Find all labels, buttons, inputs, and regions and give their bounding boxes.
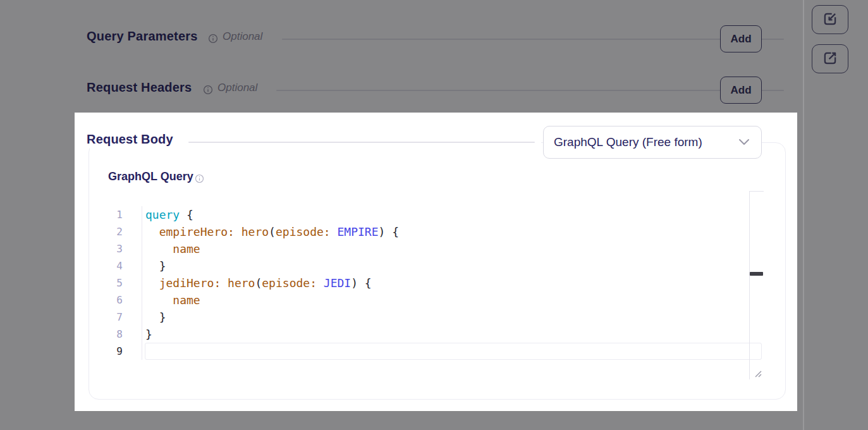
editor-scrollbar-track [749, 191, 764, 379]
panel-seam [803, 0, 804, 430]
body-type-value: GraphQL Query (Free form) [554, 135, 702, 149]
code-line-content: } [142, 326, 749, 343]
code-line[interactable]: 8} [101, 326, 749, 343]
code-line[interactable]: 3 name [101, 240, 749, 257]
open-external-button[interactable] [812, 44, 848, 73]
line-number: 1 [101, 206, 142, 223]
code-line-content: name [142, 240, 749, 257]
body-type-select[interactable]: GraphQL Query (Free form) [543, 126, 762, 159]
code-line[interactable]: 5 jediHero: hero(episode: JEDI) { [101, 274, 749, 292]
add-request-header-button[interactable]: Add [720, 77, 762, 104]
code-line[interactable]: 1query { [101, 206, 749, 223]
gutter-separator [142, 206, 142, 360]
code-line-content: } [142, 309, 749, 326]
graphql-query-label: GraphQL Query [108, 170, 193, 183]
section-divider [276, 90, 784, 91]
code-line-content: } [142, 257, 749, 274]
section-divider [188, 142, 535, 143]
chevron-down-icon [738, 137, 750, 148]
request-body-title: Request Body [87, 132, 173, 147]
code-line[interactable]: 4 } [101, 257, 749, 274]
request-headers-title: Request Headers [87, 80, 192, 95]
line-number: 4 [101, 257, 142, 274]
optional-label: Optional [217, 82, 257, 94]
line-number: 2 [101, 223, 142, 240]
query-parameters-title: Query Parameters [87, 29, 198, 44]
line-number: 8 [101, 326, 142, 343]
info-icon[interactable] [208, 34, 218, 44]
import-request-button[interactable] [812, 5, 848, 34]
line-number: 5 [101, 274, 142, 292]
line-number: 7 [101, 309, 142, 326]
code-line[interactable]: 7 } [101, 309, 749, 326]
external-link-icon [822, 50, 838, 68]
code-line-content [142, 343, 749, 360]
code-line-content: empireHero: hero(episode: EMPIRE) { [142, 223, 749, 240]
code-line[interactable]: 9 [101, 343, 749, 360]
code-line[interactable]: 6 name [101, 292, 749, 309]
info-icon[interactable] [195, 174, 205, 184]
code-line-content: jediHero: hero(episode: JEDI) { [142, 274, 749, 292]
line-number: 6 [101, 292, 142, 309]
import-icon [822, 11, 838, 29]
line-number: 9 [101, 343, 142, 360]
textarea-resize-grip[interactable] [753, 369, 763, 381]
code-line-content: query { [142, 206, 749, 223]
editor-drag-handle[interactable] [750, 272, 763, 276]
code-line[interactable]: 2 empireHero: hero(episode: EMPIRE) { [101, 223, 749, 240]
optional-label: Optional [223, 30, 262, 43]
code-line-content: name [142, 292, 749, 309]
line-number: 3 [101, 240, 142, 257]
section-divider [282, 39, 784, 40]
graphql-query-editor[interactable]: 1query {2 empireHero: hero(episode: EMPI… [101, 206, 749, 360]
info-icon[interactable] [203, 85, 213, 95]
add-query-parameter-button[interactable]: Add [720, 25, 762, 52]
